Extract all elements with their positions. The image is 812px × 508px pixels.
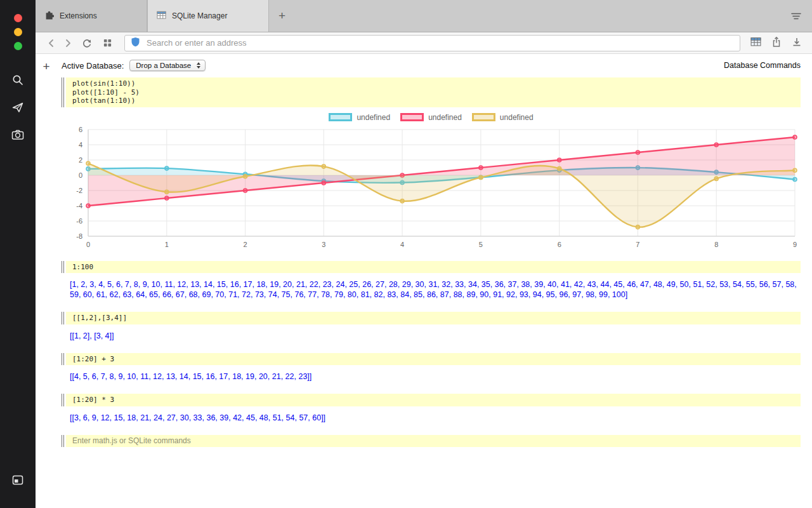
- command-result: [[4, 5, 6, 7, 8, 9, 10, 11, 12, 13, 14, …: [70, 371, 801, 382]
- database-select-value: Drop a Database: [136, 62, 191, 69]
- command-block: [1:20] * 3: [62, 394, 801, 406]
- svg-text:2: 2: [244, 241, 247, 248]
- camera-icon[interactable]: [11, 128, 25, 141]
- left-dock: [0, 0, 36, 508]
- tab-label: Extensions: [60, 11, 97, 20]
- sidebar-toggle-icon[interactable]: [11, 474, 24, 486]
- search-icon[interactable]: [11, 74, 24, 86]
- tab-sqlite-manager[interactable]: SQLite Manager: [147, 0, 269, 32]
- tab-strip: Extensions SQLite Manager +: [36, 0, 812, 32]
- command-block: plot(sin(1:10)) plot([1:10] - 5) plot(ta…: [62, 77, 801, 107]
- sqlite-manager-page: Active Database: Drop a Database Databas…: [57, 54, 812, 508]
- svg-text:9: 9: [793, 241, 797, 248]
- svg-text:2: 2: [79, 156, 82, 164]
- command-prompt-input[interactable]: [66, 435, 801, 447]
- drag-handle[interactable]: [62, 261, 64, 274]
- url-input[interactable]: [145, 37, 734, 48]
- svg-text:6: 6: [558, 241, 561, 248]
- svg-text:6: 6: [79, 126, 82, 133]
- command-block: [[1,2],[3,4]]: [62, 312, 801, 324]
- download-icon[interactable]: [792, 37, 802, 50]
- svg-text:4: 4: [79, 141, 82, 149]
- svg-text:7: 7: [636, 241, 639, 248]
- legend-label: undefined: [428, 113, 462, 122]
- close-window-button[interactable]: [14, 14, 22, 22]
- address-bar[interactable]: [124, 35, 740, 51]
- command-result: [[1, 2], [3, 4]]: [70, 331, 801, 341]
- database-commands-link[interactable]: Database Commands: [724, 61, 801, 70]
- svg-text:0: 0: [79, 171, 82, 179]
- legend-label: undefined: [357, 113, 390, 122]
- svg-text:-8: -8: [76, 232, 82, 240]
- reload-icon[interactable]: [79, 35, 95, 51]
- traffic-lights: [14, 14, 22, 50]
- svg-text:8: 8: [714, 241, 718, 248]
- svg-text:4: 4: [400, 241, 404, 248]
- database-select[interactable]: Drop a Database: [129, 60, 206, 71]
- shield-icon[interactable]: [131, 37, 140, 50]
- command-input[interactable]: [[1,2],[3,4]]: [66, 312, 801, 324]
- command-input[interactable]: [1:20] + 3: [66, 353, 801, 366]
- command-input[interactable]: 1:100: [66, 261, 801, 274]
- legend-swatch: [329, 113, 352, 121]
- new-tab-button[interactable]: +: [269, 0, 295, 32]
- command-result: [[3, 6, 9, 12, 15, 18, 21, 24, 27, 30, 3…: [70, 413, 801, 423]
- svg-text:0: 0: [86, 241, 90, 248]
- tab-extensions[interactable]: Extensions: [36, 0, 147, 32]
- svg-text:3: 3: [322, 241, 325, 248]
- drag-handle[interactable]: [62, 353, 64, 366]
- drag-handle[interactable]: [62, 312, 64, 324]
- sqlite-table-icon: [157, 10, 166, 22]
- app-window: Extensions SQLite Manager +: [0, 0, 812, 508]
- tab-label: SQLite Manager: [172, 11, 227, 20]
- chart-legend: undefinedundefinedundefined: [62, 110, 801, 124]
- svg-text:-2: -2: [76, 187, 82, 194]
- svg-text:-6: -6: [76, 217, 82, 225]
- legend-item[interactable]: undefined: [329, 113, 390, 122]
- command-result: [1, 2, 3, 4, 5, 6, 7, 8, 9, 10, 11, 12, …: [70, 279, 801, 300]
- back-button[interactable]: [43, 35, 60, 51]
- command-input[interactable]: plot(sin(1:10)) plot([1:10] - 5) plot(ta…: [66, 77, 801, 107]
- extensions-puzzle-icon: [44, 10, 54, 22]
- drag-handle[interactable]: [62, 77, 64, 107]
- page-content: + Active Database: Drop a Database Datab…: [36, 54, 812, 508]
- top-sites-grid-icon[interactable]: [99, 35, 115, 51]
- list-tabs-icon[interactable]: [790, 0, 812, 32]
- command-input[interactable]: [1:20] * 3: [66, 394, 801, 406]
- select-arrows-icon: [197, 62, 200, 69]
- legend-label: undefined: [500, 113, 534, 122]
- send-icon[interactable]: [11, 101, 24, 114]
- zoom-window-button[interactable]: [14, 42, 22, 50]
- chart[interactable]: 6420-2-4-6-80123456789: [62, 126, 801, 255]
- minimize-window-button[interactable]: [14, 28, 22, 36]
- svg-text:1: 1: [165, 241, 169, 248]
- navigation-bar: [36, 32, 812, 54]
- chart-output: undefinedundefinedundefined 6420-2-4-6-8…: [62, 110, 801, 255]
- svg-text:-4: -4: [76, 202, 82, 210]
- legend-item[interactable]: undefined: [400, 113, 462, 122]
- legend-swatch: [400, 113, 424, 121]
- command-block: [1:20] + 3: [62, 353, 801, 366]
- drag-handle[interactable]: [62, 394, 64, 406]
- command-block: 1:100: [62, 261, 801, 274]
- forward-button[interactable]: [60, 35, 76, 51]
- command-block: [62, 435, 801, 447]
- sqlite-manager-toolbar-icon[interactable]: [750, 36, 761, 50]
- legend-swatch: [472, 113, 495, 121]
- svg-text:5: 5: [479, 241, 483, 248]
- share-icon[interactable]: [771, 36, 782, 50]
- legend-item[interactable]: undefined: [472, 113, 534, 122]
- drag-handle[interactable]: [62, 435, 64, 447]
- add-button[interactable]: +: [43, 60, 49, 73]
- active-database-label: Active Database:: [62, 61, 124, 70]
